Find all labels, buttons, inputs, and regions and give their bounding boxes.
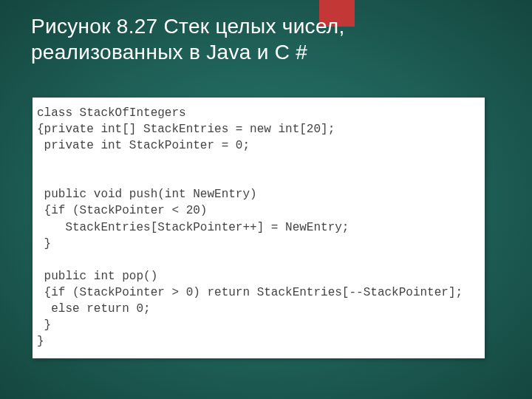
slide: Рисунок 8.27 Стек целых чисел, реализова… — [0, 0, 532, 399]
slide-title: Рисунок 8.27 Стек целых чисел, реализова… — [31, 13, 488, 65]
code-block: class StackOfIntegers {private int[] Sta… — [37, 105, 480, 349]
code-panel: class StackOfIntegers {private int[] Sta… — [33, 98, 485, 358]
